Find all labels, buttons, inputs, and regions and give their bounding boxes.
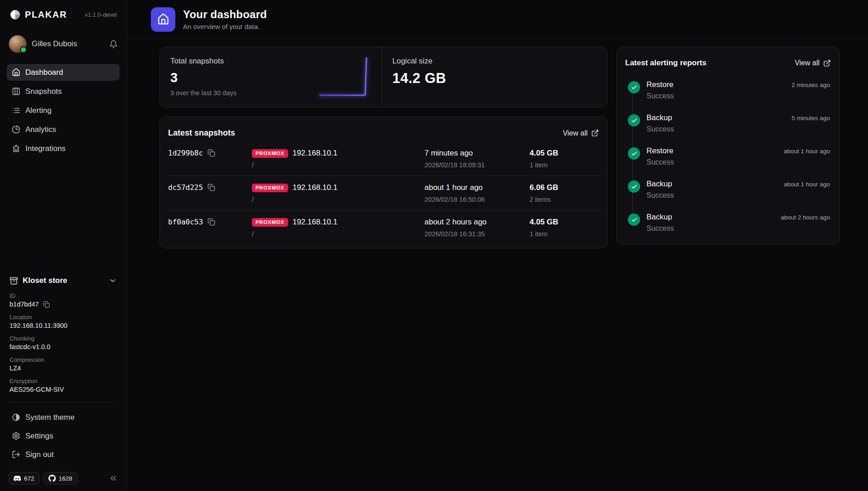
sidebar-item-dashboard[interactable]: Dashboard bbox=[7, 64, 120, 81]
alert-item[interactable]: Backup Success about 1 hour ago bbox=[627, 180, 831, 201]
app: PLAKAR v1.1.0-devel Gilles Dubois Dashbo… bbox=[0, 0, 868, 491]
sidebar-item-label: Snapshots bbox=[25, 87, 62, 96]
page-title: Your dashboard bbox=[183, 8, 267, 21]
content: Total snapshots 3 3 over the last 30 day… bbox=[127, 39, 868, 491]
stats-card: Total snapshots 3 3 over the last 30 day… bbox=[159, 47, 608, 107]
snapshot-row[interactable]: dc57d225 PROXMOX 192.168.10.1 / bbox=[166, 175, 601, 210]
logical-size-stat: Logical size 14.2 GB bbox=[382, 47, 607, 107]
settings-button[interactable]: Settings bbox=[7, 428, 120, 444]
kloset-store-title: Kloset store bbox=[23, 276, 67, 285]
plakar-logo-icon bbox=[10, 9, 21, 20]
notifications-bell-icon[interactable] bbox=[109, 40, 118, 49]
alert-time: about 1 hour ago bbox=[784, 148, 830, 155]
snapshot-size: 6.06 GB bbox=[530, 183, 599, 192]
sidebar-item-analytics[interactable]: Analytics bbox=[7, 121, 120, 138]
snapshot-timestamp: 2026/02/18 16:31:35 bbox=[424, 230, 530, 238]
copy-icon[interactable] bbox=[207, 184, 215, 191]
snapshot-row[interactable]: bf0a0c53 PROXMOX 192.168.10.1 / bbox=[166, 210, 601, 244]
gear-icon bbox=[12, 432, 20, 440]
discord-badge[interactable]: 672 bbox=[9, 472, 39, 485]
snapshot-size: 4.05 GB bbox=[530, 218, 599, 227]
sign-out-button[interactable]: Sign out bbox=[7, 446, 120, 463]
alert-time: about 1 hour ago bbox=[784, 181, 830, 188]
success-check-icon bbox=[628, 114, 640, 126]
field-value: 192.168.10.11:3900 bbox=[10, 322, 68, 329]
snapshot-timestamp: 2026/02/18 16:50:06 bbox=[424, 196, 530, 203]
github-count: 1628 bbox=[59, 475, 72, 482]
alerts-view-all-link[interactable]: View all bbox=[795, 59, 831, 67]
store-field-compression: Compression LZ4 bbox=[10, 356, 117, 372]
snapshot-path: / bbox=[252, 161, 424, 169]
system-theme-button[interactable]: System theme bbox=[7, 409, 120, 426]
snapshot-items: 1 item bbox=[530, 161, 599, 169]
snapshots-sparkline-chart bbox=[318, 54, 375, 99]
sidebar-item-alerting[interactable]: Alerting bbox=[7, 102, 120, 119]
snapshot-host: 192.168.10.1 bbox=[293, 149, 338, 158]
alert-time: 2 minutes ago bbox=[791, 82, 830, 88]
view-all-label: View all bbox=[795, 59, 820, 67]
collapse-sidebar-icon[interactable] bbox=[109, 474, 118, 483]
log-out-icon bbox=[12, 450, 20, 459]
snapshot-id: 1d299b8c bbox=[168, 149, 203, 157]
snapshot-path: / bbox=[252, 196, 424, 203]
alert-item[interactable]: Backup Success 5 minutes ago bbox=[627, 113, 831, 135]
brand-version: v1.1.0-devel bbox=[85, 11, 117, 18]
footer-nav-label: Settings bbox=[25, 432, 53, 441]
latest-snapshots-card: Latest snapshots View all 1d299b8c bbox=[159, 117, 608, 248]
field-value: LZ4 bbox=[10, 365, 21, 372]
dashboard-home-icon bbox=[151, 7, 175, 32]
alert-status: Success bbox=[646, 92, 831, 100]
external-link-icon bbox=[591, 129, 599, 137]
chevron-down-icon[interactable] bbox=[109, 277, 117, 285]
sidebar-nav: Dashboard Snapshots Alerting Analytics I… bbox=[7, 64, 120, 157]
avatar[interactable] bbox=[9, 35, 27, 53]
snapshot-id: bf0a0c53 bbox=[168, 218, 203, 226]
field-label: Encryption bbox=[10, 378, 117, 384]
page-subtitle: An overview of your data. bbox=[183, 23, 267, 30]
stat-label: Logical size bbox=[392, 57, 597, 66]
field-label: Compression bbox=[10, 356, 117, 363]
alert-item[interactable]: Backup Success about 2 hours ago bbox=[627, 213, 831, 234]
store-field-location: Location 192.168.10.11:3900 bbox=[10, 314, 117, 329]
source-type-badge: PROXMOX bbox=[252, 184, 288, 192]
discord-count: 672 bbox=[24, 475, 34, 482]
snapshots-view-all-link[interactable]: View all bbox=[563, 129, 599, 137]
alert-item[interactable]: Restore Success 2 minutes ago bbox=[627, 80, 831, 102]
alert-status: Success bbox=[646, 191, 831, 199]
sidebar-item-label: Alerting bbox=[25, 106, 52, 115]
alerts-timeline: Restore Success 2 minutes ago Backup Suc… bbox=[625, 80, 831, 234]
sidebar-item-label: Analytics bbox=[25, 125, 56, 134]
sidebar-item-snapshots[interactable]: Snapshots bbox=[7, 83, 120, 100]
field-label: Chunking bbox=[10, 335, 117, 342]
sidebar-item-integrations[interactable]: Integrations bbox=[7, 140, 120, 157]
home-icon bbox=[12, 68, 20, 77]
github-badge[interactable]: 1628 bbox=[43, 472, 77, 485]
total-snapshots-stat: Total snapshots 3 3 over the last 30 day… bbox=[160, 47, 381, 107]
snapshot-row[interactable]: 1d299b8c PROXMOX 192.168.10.1 / bbox=[166, 141, 601, 175]
list-icon bbox=[12, 106, 20, 115]
sidebar-item-label: Integrations bbox=[25, 144, 66, 153]
alert-status: Success bbox=[646, 224, 831, 233]
alert-status: Success bbox=[646, 158, 831, 166]
left-column: Total snapshots 3 3 over the last 30 day… bbox=[159, 47, 608, 248]
community-badges-row: 672 1628 bbox=[7, 472, 120, 485]
field-label: ID bbox=[10, 292, 117, 299]
view-all-label: View all bbox=[563, 129, 588, 137]
kloset-store-header[interactable]: Kloset store bbox=[10, 276, 117, 285]
card-title: Latest snapshots bbox=[168, 128, 235, 138]
sidebar-divider bbox=[10, 402, 117, 403]
user-row[interactable]: Gilles Dubois bbox=[7, 35, 120, 53]
snapshot-path: / bbox=[252, 230, 424, 238]
copy-icon[interactable] bbox=[207, 218, 215, 226]
sidebar-footer-nav: System theme Settings Sign out bbox=[7, 409, 120, 463]
snapshot-timestamp: 2026/02/18 18:09:31 bbox=[424, 161, 530, 169]
store-field-encryption: Encryption AES256-GCM-SIV bbox=[10, 378, 117, 393]
latest-alerting-reports-card: Latest alerting reports View all Restore bbox=[617, 47, 839, 244]
copy-icon[interactable] bbox=[43, 301, 50, 308]
footer-nav-label: Sign out bbox=[25, 450, 53, 459]
copy-icon[interactable] bbox=[207, 149, 215, 157]
alert-item[interactable]: Restore Success about 1 hour ago bbox=[627, 146, 831, 168]
main-area: Your dashboard An overview of your data.… bbox=[127, 0, 868, 491]
contrast-icon bbox=[12, 413, 20, 422]
footer-nav-label: System theme bbox=[25, 413, 75, 422]
